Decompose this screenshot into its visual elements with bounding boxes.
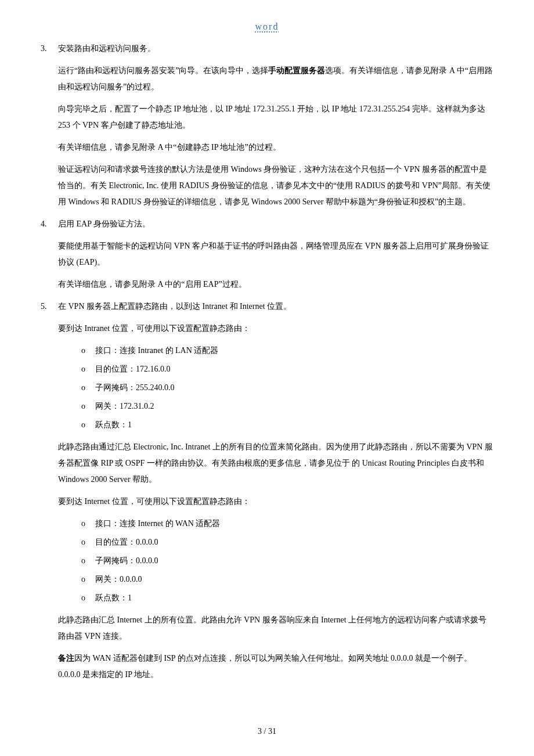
- list-title: 在 VPN 服务器上配置静态路由，以到达 Intranet 和 Internet…: [58, 298, 493, 315]
- bullet-text: 接口：连接 Intranet 的 LAN 适配器: [95, 346, 218, 355]
- paragraph: 此静态路由通过汇总 Electronic, Inc. Intranet 上的所有…: [58, 439, 493, 488]
- text: 运行“路由和远程访问服务器安装”向导。在该向导中，选择: [58, 66, 268, 75]
- page-header: word: [41, 17, 493, 36]
- bullet-item: o接口：连接 Internet 的 WAN 适配器: [81, 516, 493, 532]
- list-title: 安装路由和远程访问服务。: [58, 41, 493, 57]
- bullet-text: 跃点数：1: [95, 593, 132, 602]
- list-title: 启用 EAP 身份验证方法。: [58, 216, 493, 232]
- page: word 3. 安装路由和远程访问服务。 运行“路由和远程访问服务器安装”向导。…: [0, 0, 534, 756]
- bullet-text: 网关：172.31.0.2: [95, 402, 154, 411]
- bullet-marker: o: [81, 553, 95, 569]
- paragraph: 有关详细信息，请参见附录 A 中的“启用 EAP”过程。: [58, 276, 493, 293]
- bullet-marker: o: [81, 417, 95, 433]
- bullet-item: o子网掩码：255.240.0.0: [81, 380, 493, 396]
- bullet-marker: o: [81, 534, 95, 550]
- paragraph: 此静态路由汇总 Internet 上的所有位置。此路由允许 VPN 服务器响应来…: [58, 612, 493, 645]
- list-number: 3.: [41, 41, 58, 57]
- bullet-marker: o: [81, 571, 95, 588]
- paragraph: 要到达 Intranet 位置，可使用以下设置配置静态路由：: [58, 321, 493, 337]
- bullet-item: o接口：连接 Intranet 的 LAN 适配器: [81, 343, 493, 359]
- bullet-marker: o: [81, 361, 95, 377]
- bullet-list-intranet: o接口：连接 Intranet 的 LAN 适配器 o目的位置：172.16.0…: [81, 343, 493, 433]
- bullet-text: 子网掩码：255.240.0.0: [95, 383, 175, 392]
- bullet-item: o目的位置：0.0.0.0: [81, 534, 493, 550]
- note-label: 备注: [58, 654, 74, 663]
- bullet-item: o跃点数：1: [81, 590, 493, 606]
- paragraph: 要能使用基于智能卡的远程访问 VPN 客户和基于证书的呼叫路由器，网络管理员应在…: [58, 238, 493, 271]
- paragraph: 有关详细信息，请参见附录 A 中“创建静态 IP 地址池”的过程。: [58, 139, 493, 156]
- note-body: 因为 WAN 适配器创建到 ISP 的点对点连接，所以可以为网关输入任何地址。如…: [58, 654, 472, 679]
- bullet-item: o网关：0.0.0.0: [81, 571, 493, 588]
- bullet-item: o子网掩码：0.0.0.0: [81, 553, 493, 569]
- bullet-text: 网关：0.0.0.0: [95, 575, 142, 584]
- bullet-text: 跃点数：1: [95, 420, 132, 429]
- paragraph: 验证远程访问和请求拨号连接的默认方法是使用 Windows 身份验证，这种方法在…: [58, 161, 493, 210]
- bullet-text: 目的位置：172.16.0.0: [95, 365, 171, 373]
- list-number: 5.: [41, 298, 58, 315]
- bullet-item: o目的位置：172.16.0.0: [81, 361, 493, 377]
- bullet-marker: o: [81, 590, 95, 606]
- list-item-5: 5. 在 VPN 服务器上配置静态路由，以到达 Intranet 和 Inter…: [41, 298, 493, 315]
- list-item-3: 3. 安装路由和远程访问服务。: [41, 41, 493, 57]
- paragraph: 运行“路由和远程访问服务器安装”向导。在该向导中，选择手动配置服务器选项。有关详…: [58, 63, 493, 95]
- bullet-text: 接口：连接 Internet 的 WAN 适配器: [95, 519, 220, 528]
- bullet-marker: o: [81, 516, 95, 532]
- bold-text: 手动配置服务器: [268, 66, 325, 75]
- bullet-marker: o: [81, 343, 95, 359]
- bullet-marker: o: [81, 380, 95, 396]
- note-paragraph: 备注因为 WAN 适配器创建到 ISP 的点对点连接，所以可以为网关输入任何地址…: [58, 650, 493, 683]
- list-number: 4.: [41, 216, 58, 232]
- paragraph: 向导完毕之后，配置了一个静态 IP 地址池，以 IP 地址 172.31.255…: [58, 101, 493, 134]
- paragraph: 要到达 Internet 位置，可使用以下设置配置静态路由：: [58, 494, 493, 510]
- page-footer: 3 / 31: [0, 723, 534, 740]
- list-item-4: 4. 启用 EAP 身份验证方法。: [41, 216, 493, 232]
- bullet-item: o网关：172.31.0.2: [81, 398, 493, 415]
- bullet-marker: o: [81, 398, 95, 415]
- bullet-text: 子网掩码：0.0.0.0: [95, 556, 158, 565]
- bullet-list-internet: o接口：连接 Internet 的 WAN 适配器 o目的位置：0.0.0.0 …: [81, 516, 493, 606]
- bullet-item: o跃点数：1: [81, 417, 493, 433]
- bullet-text: 目的位置：0.0.0.0: [95, 538, 158, 546]
